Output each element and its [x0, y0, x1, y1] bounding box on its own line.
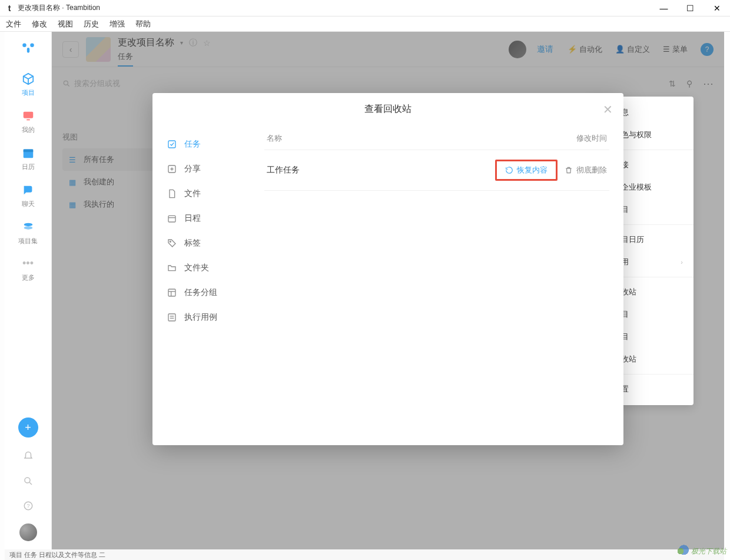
recycle-bin-modal: 查看回收站 ✕ 任务 分享 文件 — [152, 93, 623, 445]
restore-icon — [505, 166, 513, 174]
ms-label: 文件夹 — [184, 263, 209, 273]
left-edge-strip — [0, 32, 5, 560]
minimize-button[interactable]: — — [651, 0, 677, 16]
svg-line-10 — [29, 482, 32, 485]
menu-edit[interactable]: 修改 — [32, 19, 47, 29]
modal-close-button[interactable]: ✕ — [603, 102, 613, 117]
cube-icon — [21, 72, 35, 86]
window-titlebar: t 更改项目名称 · Teambition — ☐ ✕ — [0, 0, 730, 16]
app-body: 项目 我的 日历 聊天 项目集 ••• 更多 + — [5, 32, 724, 549]
share-icon — [167, 164, 177, 174]
ms-label: 执行用例 — [184, 312, 217, 323]
ms-label: 标签 — [184, 238, 201, 248]
modal-header: 查看回收站 ✕ — [152, 93, 623, 125]
modal-main: 名称 修改时间 工作任务 恢复内容 彻底删除 — [257, 125, 623, 445]
ms-label: 任务 — [184, 139, 201, 150]
user-avatar[interactable] — [19, 523, 37, 541]
sidebar-item-calendar[interactable]: 日历 — [21, 146, 35, 171]
svg-point-1 — [30, 43, 34, 47]
svg-point-0 — [22, 43, 26, 47]
delete-permanent-button[interactable]: 彻底删除 — [565, 165, 607, 175]
sidebar: 项目 我的 日历 聊天 项目集 ••• 更多 + — [5, 32, 52, 549]
svg-rect-3 — [23, 112, 33, 118]
svg-rect-23 — [168, 314, 175, 321]
close-icon: ✕ — [603, 103, 613, 116]
ms-label: 文件 — [184, 188, 201, 199]
modal-title: 查看回收站 — [364, 103, 412, 115]
search-button[interactable] — [21, 474, 35, 488]
svg-text:?: ? — [26, 503, 29, 509]
close-button[interactable]: ✕ — [704, 0, 730, 16]
maximize-button[interactable]: ☐ — [677, 0, 704, 16]
main-content: ‹ 更改项目名称 ▾ ⓘ ☆ 任务 邀请 ⚡ 自动化 — [52, 32, 724, 549]
chat-icon — [21, 183, 35, 197]
calendar-icon — [21, 146, 35, 160]
watermark-icon — [672, 545, 689, 558]
bell-icon — [23, 451, 34, 462]
window-title: 更改项目名称 · Teambition — [18, 3, 651, 13]
modal-sidebar: 任务 分享 文件 日程 — [152, 125, 257, 445]
menu-enhance[interactable]: 增强 — [110, 19, 125, 29]
sidebar-item-label: 项目集 — [18, 237, 38, 246]
stack-icon — [21, 220, 35, 234]
menu-history[interactable]: 历史 — [84, 19, 99, 29]
sidebar-item-more[interactable]: ••• 更多 — [22, 257, 35, 282]
ms-tags[interactable]: 标签 — [152, 231, 257, 256]
file-icon — [167, 188, 177, 199]
sidebar-item-projectset[interactable]: 项目集 — [18, 220, 38, 246]
bottom-strip: 项目 任务 日程以及文件等信息 二 — [5, 549, 724, 560]
svg-rect-4 — [26, 120, 30, 121]
svg-point-9 — [25, 478, 30, 483]
menu-view[interactable]: 视图 — [58, 19, 73, 29]
bell-button[interactable] — [21, 449, 35, 463]
help-button[interactable]: ? — [21, 499, 35, 513]
svg-rect-17 — [168, 216, 175, 222]
teambition-logo[interactable] — [21, 40, 36, 55]
sidebar-item-label: 项目 — [22, 88, 35, 97]
table-row: 工作任务 恢复内容 彻底删除 — [264, 150, 609, 191]
sidebar-item-label: 我的 — [22, 125, 35, 134]
restore-button[interactable]: 恢复内容 — [495, 160, 558, 181]
sidebar-item-mine[interactable]: 我的 — [21, 109, 35, 134]
monitor-icon — [21, 109, 35, 123]
tag-icon — [167, 238, 177, 248]
ms-test-cases[interactable]: 执行用例 — [152, 305, 257, 330]
ms-label: 任务分组 — [184, 287, 217, 298]
plus-icon: + — [25, 422, 31, 434]
menu-file[interactable]: 文件 — [6, 19, 21, 29]
watermark-text: 极光下载站 — [691, 546, 726, 556]
more-dots-icon: ••• — [22, 257, 34, 270]
folder-icon — [167, 263, 177, 273]
svg-point-8 — [24, 226, 32, 230]
sidebar-item-chat[interactable]: 聊天 — [21, 183, 35, 208]
right-edge-strip — [724, 32, 730, 549]
ms-tasks[interactable]: 任务 — [152, 132, 257, 157]
ms-label: 日程 — [184, 213, 201, 224]
ms-files[interactable]: 文件 — [152, 181, 257, 206]
help-circle-icon: ? — [23, 501, 34, 511]
svg-point-19 — [170, 241, 171, 242]
col-name: 名称 — [267, 133, 576, 144]
list-check-icon — [167, 312, 177, 323]
bottom-text: 项目 任务 日程以及文件等信息 二 — [9, 551, 105, 559]
app-icon: t — [5, 4, 14, 13]
add-button[interactable]: + — [18, 417, 38, 438]
svg-rect-2 — [26, 48, 29, 53]
check-square-icon — [167, 139, 177, 150]
search-icon — [23, 476, 34, 486]
ms-label: 分享 — [184, 164, 201, 174]
svg-rect-15 — [168, 141, 175, 148]
chevron-right-icon: › — [681, 259, 683, 266]
modal-columns: 名称 修改时间 — [264, 125, 609, 150]
ms-schedule[interactable]: 日程 — [152, 206, 257, 231]
menubar: 文件 修改 视图 历史 增强 帮助 — [0, 16, 730, 32]
svg-rect-6 — [23, 150, 33, 153]
menu-help[interactable]: 帮助 — [135, 19, 151, 29]
delete-label: 彻底删除 — [576, 165, 607, 175]
sidebar-item-project[interactable]: 项目 — [21, 72, 35, 97]
ms-folders[interactable]: 文件夹 — [152, 256, 257, 280]
calendar-icon — [167, 213, 177, 224]
svg-rect-20 — [168, 289, 175, 296]
ms-share[interactable]: 分享 — [152, 157, 257, 181]
ms-task-groups[interactable]: 任务分组 — [152, 280, 257, 305]
